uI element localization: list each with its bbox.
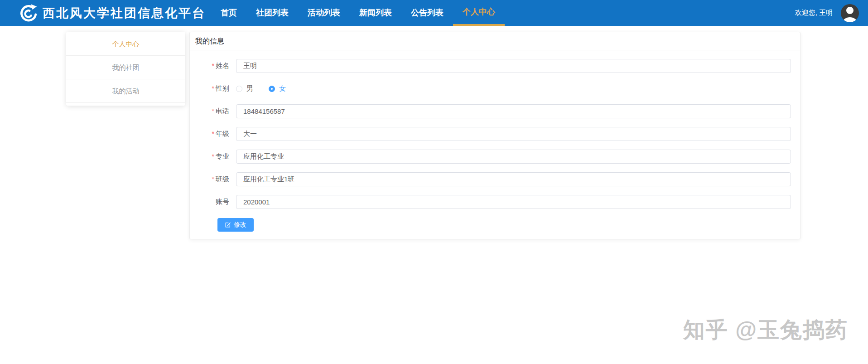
top-navbar: 西北风大学社团信息化平台 首页社团列表活动列表新闻列表公告列表个人中心 欢迎您,… [0, 0, 868, 26]
field-label-text: 年级 [216, 130, 229, 137]
field-label-text: 电话 [216, 107, 229, 115]
brand[interactable]: 西北风大学社团信息化平台 [19, 3, 206, 23]
required-star: * [212, 62, 214, 69]
profile-card: 我的信息 *姓名*性别男女*电话*年级*专业*班级账号修改 [189, 32, 800, 239]
form-row-account: 账号 [190, 195, 800, 209]
field-label-class: *班级 [190, 175, 236, 184]
radio-label: 男 [246, 84, 253, 93]
field-label-text: 班级 [216, 175, 229, 183]
form-row-grade: *年级 [190, 127, 800, 141]
nav-item-2[interactable]: 活动列表 [298, 0, 350, 26]
field-label-major: *专业 [190, 152, 236, 161]
radio-option-1[interactable]: 女 [269, 84, 286, 93]
phone-input[interactable] [236, 104, 791, 118]
field-label-name: *姓名 [190, 62, 236, 70]
field-label-gender: *性别 [190, 84, 236, 93]
field-label-phone: *电话 [190, 107, 236, 116]
nav-item-4[interactable]: 公告列表 [401, 0, 453, 26]
required-star: * [212, 85, 214, 92]
avatar-head-icon [846, 7, 854, 14]
edit-icon [225, 222, 231, 228]
form-row-phone: *电话 [190, 104, 800, 118]
field-label-text: 专业 [216, 152, 229, 160]
major-input[interactable] [236, 150, 791, 164]
radio-circle-icon[interactable] [269, 86, 275, 92]
nav-item-1[interactable]: 社团列表 [246, 0, 298, 26]
sidebar-item-personal-center[interactable]: 个人中心 [66, 32, 185, 56]
form-row-name: *姓名 [190, 59, 800, 73]
modify-button-label: 修改 [234, 221, 246, 229]
avatar-torso-icon [843, 17, 857, 22]
required-star: * [212, 175, 214, 183]
form-row-class: *班级 [190, 172, 800, 186]
nav-item-0[interactable]: 首页 [211, 0, 246, 26]
field-label-text: 账号 [216, 198, 229, 205]
required-star: * [212, 107, 214, 115]
sidebar-menu: 个人中心我的社团我的活动 [66, 32, 185, 106]
profile-form: *姓名*性别男女*电话*年级*专业*班级账号修改 [190, 50, 800, 232]
field-label-text: 性别 [216, 84, 229, 92]
grade-input[interactable] [236, 127, 791, 141]
platform-title: 西北风大学社团信息化平台 [43, 5, 206, 21]
nav-item-3[interactable]: 新闻列表 [350, 0, 401, 26]
required-star: * [212, 153, 214, 160]
nav-item-5[interactable]: 个人中心 [453, 0, 505, 26]
user-avatar[interactable] [841, 4, 859, 22]
wind-spiral-logo-icon [19, 3, 38, 23]
gender-radio-group: 男女 [236, 84, 301, 93]
radio-option-0[interactable]: 男 [236, 84, 253, 93]
radio-circle-icon[interactable] [236, 86, 242, 92]
field-label-grade: *年级 [190, 130, 236, 138]
field-label-account: 账号 [190, 198, 236, 206]
radio-label: 女 [279, 84, 286, 93]
card-title: 我的信息 [190, 32, 800, 50]
required-star: * [212, 130, 214, 137]
sidebar-item-my-clubs[interactable]: 我的社团 [66, 56, 185, 79]
form-row-gender: *性别男女 [190, 82, 800, 96]
main-nav: 首页社团列表活动列表新闻列表公告列表个人中心 [211, 0, 505, 26]
name-input[interactable] [236, 59, 791, 73]
class-input[interactable] [236, 172, 791, 186]
sidebar-item-my-activities[interactable]: 我的活动 [66, 79, 185, 103]
welcome-text: 欢迎您, 王明 [795, 9, 833, 17]
zhihu-watermark: 知乎 @玉兔捣药 [683, 315, 848, 345]
account-input[interactable] [236, 195, 791, 209]
form-row-major: *专业 [190, 150, 800, 164]
field-label-text: 姓名 [216, 62, 229, 69]
modify-button[interactable]: 修改 [217, 218, 254, 232]
